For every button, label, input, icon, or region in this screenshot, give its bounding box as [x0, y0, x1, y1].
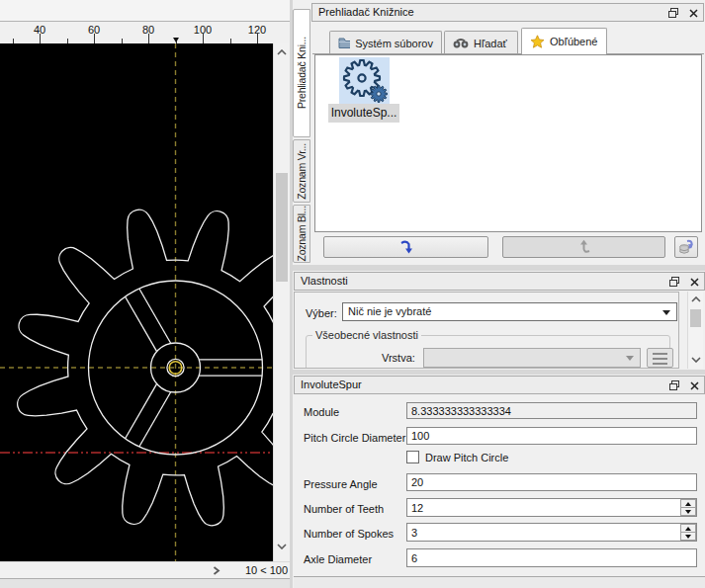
properties-vertical-scrollbar[interactable] — [687, 292, 703, 369]
properties-dock-titlebar: Vlastnosti — [294, 272, 705, 291]
spokes-spin-up[interactable] — [680, 524, 696, 533]
general-properties-label: Všeobecné vlastnosti — [312, 329, 421, 341]
pitch-circle-diameter-field[interactable] — [406, 427, 697, 445]
tab-file-system[interactable]: Systém súborov — [329, 31, 442, 54]
combo-arrow-icon — [662, 310, 670, 315]
properties-panel: Výber: Nič nie je vybraté Všeobecné vlas… — [294, 292, 679, 369]
spin-up-icon — [685, 527, 691, 531]
teeth-spin-up[interactable] — [680, 499, 696, 508]
axle-diameter-field[interactable] — [406, 548, 697, 567]
tab-search[interactable]: Hľadať — [444, 31, 518, 54]
layer-menu-button[interactable] — [647, 348, 673, 368]
library-item-icon-highlight — [339, 57, 390, 104]
number-of-spokes-field[interactable] — [406, 523, 697, 542]
properties-close-button[interactable] — [688, 276, 700, 288]
number-of-teeth-field[interactable] — [406, 498, 697, 517]
library-close-button[interactable] — [687, 7, 699, 19]
spokes-spin-down[interactable] — [680, 533, 696, 541]
involutespur-dock-title: InvoluteSpur — [301, 378, 362, 390]
ruler-major-tick — [257, 34, 258, 43]
layer-combobox[interactable] — [423, 348, 641, 368]
number-of-spokes-label: Number of Spokes — [304, 528, 394, 540]
scroll-down-icon[interactable] — [277, 544, 287, 549]
spokes-spin-buttons — [680, 524, 696, 541]
dock-area: Prehliadač Kni... Zoznam Vr... Zoznam Bl… — [293, 0, 705, 588]
props-vscroll-thumb[interactable] — [690, 309, 701, 327]
rebuild-database-icon — [678, 239, 694, 255]
side-tab-library-label: Prehliadač Kni... — [296, 37, 308, 109]
binoculars-icon — [453, 38, 469, 48]
layer-combo-arrow-icon — [626, 356, 634, 361]
selection-label: Výber: — [306, 307, 337, 319]
toolbar-strip — [0, 0, 293, 22]
spin-up-icon — [685, 502, 691, 506]
ruler-major-tick — [148, 34, 149, 43]
library-item-label: InvoluteSp... — [328, 104, 399, 123]
properties-dock-title: Vlastnosti — [301, 275, 348, 287]
number-of-teeth-label: Number of Teeth — [304, 503, 384, 515]
tab-favorites-label: Obľúbené — [550, 36, 597, 47]
bottom-strip-left — [0, 578, 293, 588]
props-scroll-up-icon[interactable] — [691, 296, 701, 302]
menu-bar-icon — [653, 353, 667, 355]
involutespur-close-button[interactable] — [688, 379, 700, 391]
teeth-spin-buttons — [680, 499, 696, 516]
side-tab-layer-label: Zoznam Vr... — [296, 143, 308, 200]
remove-arrow-icon — [577, 239, 591, 255]
canvas-vscroll-thumb[interactable] — [276, 173, 288, 282]
selection-combobox-value: Nič nie je vybraté — [348, 305, 431, 317]
module-label: Module — [304, 406, 339, 418]
layer-label: Vrstva: — [382, 352, 415, 364]
rebuild-library-button[interactable] — [674, 236, 698, 258]
library-item-list[interactable]: InvoluteSp... — [314, 54, 702, 232]
pressure-angle-label: Pressure Angle — [304, 478, 378, 490]
grid-status: 10 < 100 — [245, 564, 288, 576]
side-tab-block-label: Zoznam Bl... — [296, 206, 308, 262]
bottom-strip-right — [294, 576, 705, 588]
scroll-up-icon[interactable] — [277, 49, 287, 55]
pitch-circle-diameter-label: Pitch Circle Diameter — [304, 432, 405, 444]
draw-pitch-circle-label: Draw Pitch Circle — [425, 452, 508, 463]
dock-separator[interactable] — [293, 370, 705, 375]
library-float-button[interactable] — [667, 7, 679, 19]
side-tab-layer-list[interactable]: Zoznam Vr... — [293, 139, 310, 203]
ruler-position-marker — [173, 38, 179, 42]
ruler-major-tick — [40, 34, 41, 43]
insert-block-button[interactable] — [323, 236, 488, 258]
ruler-major-tick — [203, 34, 204, 43]
involutespur-dock-titlebar: InvoluteSpur — [294, 376, 705, 394]
side-tab-library-browser[interactable]: Prehliadač Kni... — [293, 9, 310, 137]
remove-item-button[interactable] — [502, 236, 665, 258]
canvas-horizontal-scrollbar[interactable]: 10 < 100 — [0, 561, 293, 578]
ruler-major-tick — [94, 34, 95, 43]
spin-down-icon — [685, 510, 691, 514]
menu-bar-icon — [653, 363, 667, 365]
dock-separator[interactable] — [293, 265, 705, 271]
library-dock-title: Prehliadač Knižnice — [318, 6, 414, 18]
draw-pitch-circle-checkbox[interactable] — [406, 451, 419, 463]
props-scroll-down-icon[interactable] — [691, 357, 701, 363]
teeth-spin-down[interactable] — [680, 508, 696, 516]
pressure-angle-field[interactable] — [406, 473, 697, 491]
selection-combobox[interactable]: Nič nie je vybraté — [342, 302, 677, 321]
spin-down-icon — [685, 535, 691, 539]
drawing-canvas[interactable] — [0, 43, 273, 561]
canvas-vertical-scrollbar[interactable] — [273, 43, 290, 561]
insert-arrow-icon — [398, 239, 414, 255]
involutespur-float-button[interactable] — [668, 379, 680, 391]
application-window: 406080100120 10 < 100 Prehliadač Kni... … — [0, 0, 705, 588]
module-field[interactable] — [406, 402, 697, 419]
tab-favorites[interactable]: Obľúbené — [521, 28, 607, 54]
tab-search-label: Hľadať — [474, 38, 507, 49]
folder-icon — [338, 37, 350, 49]
library-item-involutespur[interactable]: InvoluteSp... — [328, 57, 399, 123]
star-icon — [530, 35, 545, 48]
properties-float-button[interactable] — [668, 276, 680, 288]
library-dock-titlebar: Prehliadač Knižnice — [311, 3, 704, 22]
side-tab-block-list[interactable]: Zoznam Bl... — [293, 205, 310, 263]
axle-diameter-label: Axle Diameter — [304, 553, 372, 565]
gear-block-icon — [341, 59, 388, 103]
scroll-right-icon[interactable] — [213, 566, 220, 575]
horizontal-ruler: 406080100120 — [0, 23, 273, 43]
menu-bar-icon — [653, 358, 667, 360]
